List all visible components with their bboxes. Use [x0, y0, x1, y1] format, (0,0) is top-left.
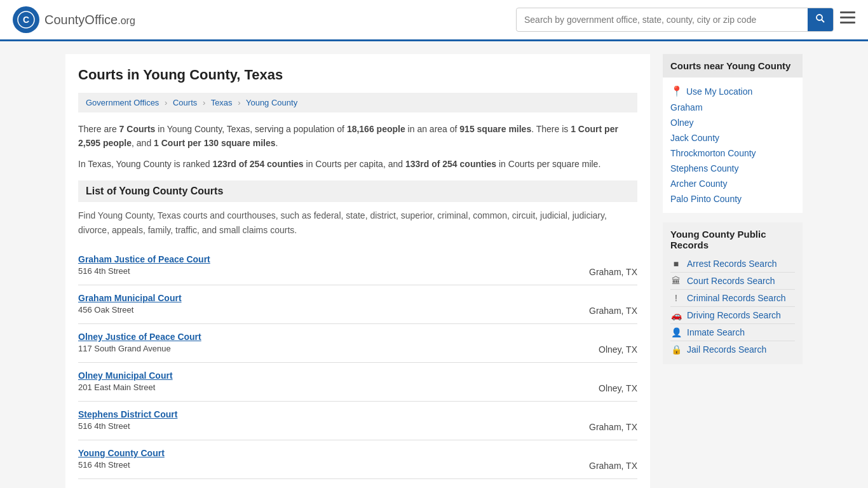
court-info: Olney Municipal Court 201 East Main Stre…	[78, 370, 173, 392]
court-name[interactable]: Graham Municipal Court	[78, 293, 182, 303]
court-info: Graham Municipal Court 456 Oak Street	[78, 293, 182, 315]
court-info: Stephens District Court 516 4th Street	[78, 409, 177, 431]
sidebar: Courts near Young County 📍 Use My Locati…	[663, 54, 803, 488]
records-link-label: Driving Records Search	[687, 310, 781, 320]
court-city: Graham, TX	[561, 461, 637, 471]
records-link-label: Arrest Records Search	[687, 259, 777, 269]
breadcrumb: Government Offices › Courts › Texas › Yo…	[78, 93, 637, 112]
search-button[interactable]	[808, 8, 833, 31]
search-input[interactable]	[517, 10, 808, 30]
records-links-container: ■Arrest Records Search🏛Court Records Sea…	[670, 255, 795, 358]
court-address: 201 East Main Street	[78, 383, 173, 392]
court-name[interactable]: Stephens District Court	[78, 409, 177, 419]
records-icon: !	[670, 293, 682, 303]
population: 18,166 people	[347, 124, 405, 134]
nearby-link[interactable]: Palo Pinto County	[670, 191, 795, 207]
records-link-label: Criminal Records Search	[687, 293, 786, 303]
court-address: 456 Oak Street	[78, 305, 182, 315]
court-info: Young County Court 516 4th Street	[78, 448, 165, 470]
logo: C CountyOffice.org	[13, 6, 135, 33]
court-name[interactable]: Graham Justice of Peace Court	[78, 254, 210, 264]
court-item: Young County Court 516 4th Street Graham…	[78, 440, 637, 479]
court-city: Olney, TX	[561, 344, 637, 355]
nearby-links-container: GrahamOlneyJack CountyThrockmorton Count…	[670, 100, 795, 207]
page-title: Courts in Young County, Texas	[78, 67, 637, 83]
court-item-row: Stephens District Court 516 4th Street G…	[78, 409, 637, 432]
court-address: 516 4th Street	[78, 421, 177, 431]
logo-suffix: .org	[118, 15, 135, 26]
nearby-title: Courts near Young County	[663, 54, 803, 78]
svg-rect-6	[840, 22, 855, 24]
records-icon: 🔒	[670, 344, 682, 355]
courts-list: Graham Justice of Peace Court 516 4th St…	[78, 247, 637, 479]
list-section-heading: List of Young County Courts	[78, 180, 637, 202]
breadcrumb-texas[interactable]: Texas	[211, 98, 233, 107]
records-icon: 👤	[670, 327, 682, 337]
nearby-link[interactable]: Throckmorton County	[670, 146, 795, 161]
court-item: Graham Municipal Court 456 Oak Street Gr…	[78, 285, 637, 324]
main-content: Courts in Young County, Texas Government…	[65, 54, 650, 488]
location-pin-icon: 📍	[670, 85, 683, 97]
use-location[interactable]: 📍 Use My Location	[670, 83, 795, 100]
search-bar	[516, 8, 834, 32]
svg-point-2	[817, 15, 822, 20]
records-icon: ■	[670, 259, 682, 269]
nearby-link[interactable]: Olney	[670, 115, 795, 130]
breadcrumb-gov[interactable]: Government Offices	[86, 98, 159, 107]
records-link[interactable]: ■Arrest Records Search	[670, 255, 795, 273]
records-link-label: Court Records Search	[687, 276, 775, 286]
court-address: 117 South Grand Avenue	[78, 344, 201, 353]
nearby-link[interactable]: Jack County	[670, 130, 795, 146]
area: 915 square miles	[459, 124, 531, 134]
nearby-links: 📍 Use My Location GrahamOlneyJack County…	[663, 83, 803, 213]
court-item-row: Olney Municipal Court 201 East Main Stre…	[78, 370, 637, 393]
public-records-box: Young County Public Records ■Arrest Reco…	[663, 222, 803, 364]
records-link[interactable]: 🏛Court Records Search	[670, 273, 795, 290]
svg-rect-5	[840, 17, 855, 18]
page-container: Courts in Young County, Texas Government…	[53, 41, 815, 488]
court-city: Graham, TX	[561, 267, 637, 277]
menu-button[interactable]	[840, 11, 855, 28]
records-link[interactable]: !Criminal Records Search	[670, 290, 795, 307]
court-item: Stephens District Court 516 4th Street G…	[78, 402, 637, 440]
records-link-label: Jail Records Search	[687, 344, 766, 355]
records-title: Young County Public Records	[670, 229, 795, 250]
court-address: 516 4th Street	[78, 266, 210, 276]
court-item-row: Olney Justice of Peace Court 117 South G…	[78, 332, 637, 355]
court-item-row: Graham Justice of Peace Court 516 4th St…	[78, 254, 637, 277]
nearby-link[interactable]: Archer County	[670, 176, 795, 191]
header-right	[516, 8, 855, 32]
list-description: Find Young County, Texas courts and cour…	[78, 208, 637, 237]
rank2: 133rd of 254 counties	[405, 159, 496, 169]
site-header: C CountyOffice.org	[0, 0, 868, 41]
court-name[interactable]: Young County Court	[78, 448, 165, 458]
courts-count: 7 Courts	[119, 124, 156, 134]
court-city: Graham, TX	[561, 306, 637, 316]
info-paragraph-2: In Texas, Young County is ranked 123rd o…	[78, 157, 637, 171]
nearby-box: Courts near Young County 📍 Use My Locati…	[663, 54, 803, 213]
breadcrumb-young[interactable]: Young County	[246, 98, 297, 107]
court-item: Olney Municipal Court 201 East Main Stre…	[78, 363, 637, 402]
svg-text:C: C	[23, 15, 29, 25]
court-address: 516 4th Street	[78, 460, 165, 470]
court-item: Olney Justice of Peace Court 117 South G…	[78, 324, 637, 363]
court-info: Olney Justice of Peace Court 117 South G…	[78, 332, 201, 353]
records-icon: 🏛	[670, 276, 682, 286]
nearby-link[interactable]: Graham	[670, 100, 795, 115]
per-sq: 1 Court per 130 square miles	[154, 138, 275, 148]
records-link[interactable]: 🚗Driving Records Search	[670, 307, 795, 324]
court-name[interactable]: Olney Municipal Court	[78, 370, 173, 381]
court-city: Olney, TX	[561, 383, 637, 393]
court-info: Graham Justice of Peace Court 516 4th St…	[78, 254, 210, 276]
breadcrumb-courts[interactable]: Courts	[173, 98, 197, 107]
court-name[interactable]: Olney Justice of Peace Court	[78, 332, 201, 342]
rank1: 123rd of 254 counties	[212, 159, 303, 169]
logo-name: CountyOffice	[44, 13, 118, 27]
records-link-label: Inmate Search	[687, 327, 745, 337]
svg-line-3	[822, 20, 824, 22]
nearby-link[interactable]: Stephens County	[670, 161, 795, 176]
logo-text: CountyOffice.org	[44, 13, 135, 27]
records-link[interactable]: 🔒Jail Records Search	[670, 341, 795, 358]
records-icon: 🚗	[670, 310, 682, 320]
records-link[interactable]: 👤Inmate Search	[670, 324, 795, 341]
